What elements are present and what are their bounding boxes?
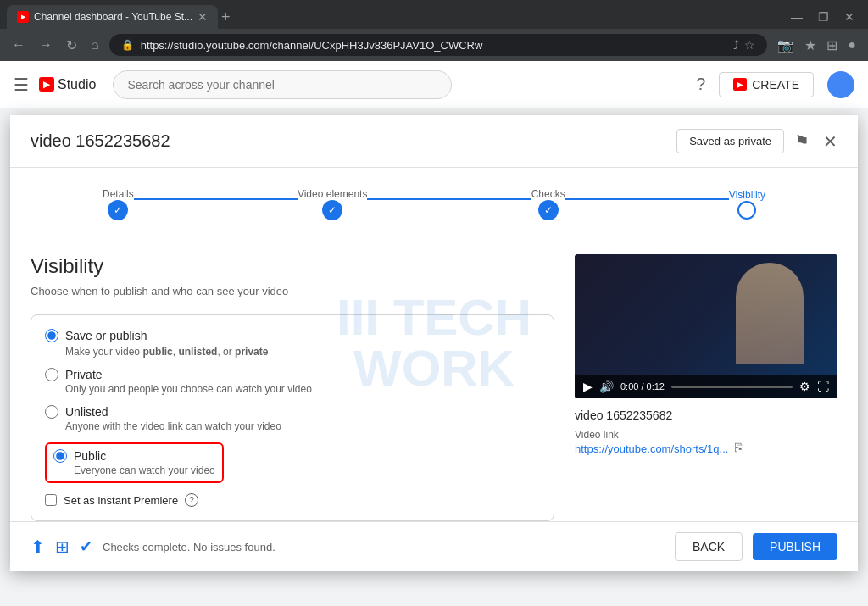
share-icon[interactable]: ⤴ bbox=[733, 38, 739, 52]
window-controls: — ❐ ✕ bbox=[784, 8, 861, 25]
step-visibility: Visibility bbox=[729, 189, 765, 220]
profile-icon[interactable]: ● bbox=[844, 36, 860, 55]
video-progress-bar[interactable] bbox=[671, 386, 793, 388]
modal-header: video 1652235682 Saved as private ⚑ ✕ bbox=[10, 115, 858, 168]
yt-logo[interactable]: ▶ Studio bbox=[39, 77, 96, 92]
video-link-url[interactable]: https://youtube.com/shorts/1q... bbox=[575, 442, 728, 455]
create-label: CREATE bbox=[752, 78, 799, 92]
save-publish-radio[interactable] bbox=[45, 329, 58, 342]
vc-right-icons: ⚙ ⛶ bbox=[799, 380, 829, 393]
connector-2 bbox=[367, 198, 531, 200]
right-panel: ▶ 🔊 0:00 / 0:12 ⚙ ⛶ video 1652235682 Vid… bbox=[575, 254, 837, 521]
active-tab[interactable]: Channel dashboard - YouTube St... ✕ bbox=[7, 5, 218, 29]
tab-favicon bbox=[17, 11, 29, 23]
create-button[interactable]: ▶ CREATE bbox=[719, 72, 814, 97]
footer-status-text: Checks complete. No issues found. bbox=[103, 541, 665, 553]
check-status-icon: ✔ bbox=[80, 537, 92, 556]
option-private: Private Only you and people you choose c… bbox=[45, 368, 540, 395]
premiere-checkbox[interactable] bbox=[45, 494, 57, 506]
left-panel: Visibility Choose when to publish and wh… bbox=[31, 254, 554, 521]
progress-steps: Details Video elements Checks bbox=[10, 168, 858, 234]
back-button[interactable]: BACK bbox=[675, 532, 743, 561]
tab-close-btn[interactable]: ✕ bbox=[198, 10, 208, 24]
header-right: ? ▶ CREATE bbox=[696, 71, 854, 98]
grid-icon[interactable]: ⊞ bbox=[55, 537, 70, 557]
step-checks: Checks bbox=[531, 188, 565, 220]
visibility-title: Visibility bbox=[31, 254, 554, 278]
forward-nav-btn[interactable]: → bbox=[36, 36, 56, 54]
url-text: https://studio.youtube.com/channel/UCxpH… bbox=[141, 39, 727, 52]
copy-link-btn[interactable]: ⎘ bbox=[735, 441, 743, 456]
modal-header-icons: ⚑ ✕ bbox=[794, 131, 837, 152]
public-label[interactable]: Public bbox=[53, 449, 106, 463]
upload-icon[interactable]: ⬆ bbox=[31, 537, 45, 557]
studio-label: Studio bbox=[58, 77, 96, 92]
step-video-elements-circle bbox=[322, 200, 342, 220]
play-button[interactable]: ▶ bbox=[583, 380, 593, 393]
video-link-label: Video link bbox=[575, 429, 837, 441]
save-publish-text: Save or publish bbox=[65, 329, 147, 342]
unlisted-sub: Anyone with the video link can watch you… bbox=[65, 420, 540, 432]
save-publish-sub: Make your video public, unlisted, or pri… bbox=[65, 346, 540, 358]
modal-wrapper: III TECHWORK video 1652235682 Saved as p… bbox=[0, 108, 868, 578]
option-unlisted: Unlisted Anyone with the video link can … bbox=[45, 405, 540, 432]
hamburger-menu[interactable]: ☰ bbox=[14, 75, 29, 95]
step-checks-circle bbox=[538, 200, 559, 220]
address-bar: ← → ↻ ⌂ 🔒 https://studio.youtube.com/cha… bbox=[0, 29, 868, 61]
minimize-btn[interactable]: — bbox=[784, 8, 810, 25]
connector-1 bbox=[134, 198, 298, 200]
modal-title: video 1652235682 bbox=[31, 131, 676, 151]
new-tab-button[interactable]: + bbox=[221, 8, 231, 26]
help-button[interactable]: ? bbox=[696, 75, 705, 94]
tab-bar: Channel dashboard - YouTube St... ✕ + — … bbox=[0, 0, 868, 29]
unlisted-label[interactable]: Unlisted bbox=[45, 405, 540, 419]
puzzle-icon[interactable]: ★ bbox=[801, 36, 820, 55]
public-radio[interactable] bbox=[53, 449, 67, 463]
user-avatar[interactable] bbox=[827, 71, 854, 98]
step-details-label: Details bbox=[103, 188, 134, 200]
video-preview: ▶ 🔊 0:00 / 0:12 ⚙ ⛶ bbox=[575, 254, 837, 398]
extensions-icon[interactable]: 📷 bbox=[774, 36, 798, 55]
premiere-label: Set as instant Premiere bbox=[64, 494, 178, 507]
step-details: Details bbox=[103, 188, 134, 220]
option-save-or-publish: Save or publish Make your video public, … bbox=[45, 329, 540, 358]
unlisted-text: Unlisted bbox=[65, 405, 108, 419]
option-public: Public Everyone can watch your video bbox=[45, 442, 540, 483]
private-radio[interactable] bbox=[45, 368, 58, 381]
premiere-help-icon[interactable]: ? bbox=[185, 493, 198, 507]
steps-inner: Details Video elements Checks bbox=[103, 188, 765, 220]
volume-button[interactable]: 🔊 bbox=[599, 380, 614, 393]
close-btn[interactable]: ✕ bbox=[837, 8, 861, 25]
visibility-options-box: Save or publish Make your video public, … bbox=[31, 314, 554, 521]
modal-footer: ⬆ ⊞ ✔ Checks complete. No issues found. … bbox=[10, 521, 858, 571]
back-nav-btn[interactable]: ← bbox=[8, 36, 29, 54]
more-icon[interactable]: ⊞ bbox=[823, 36, 841, 55]
public-text: Public bbox=[74, 449, 106, 463]
connector-3 bbox=[565, 198, 729, 200]
settings-video-btn[interactable]: ⚙ bbox=[799, 380, 810, 393]
video-name: video 1652235682 bbox=[575, 409, 837, 422]
search-input[interactable] bbox=[113, 70, 452, 99]
video-person-silhouette bbox=[736, 263, 804, 364]
flag-icon[interactable]: ⚑ bbox=[794, 131, 810, 152]
save-publish-label[interactable]: Save or publish bbox=[45, 329, 540, 342]
video-info-panel: video 1652235682 Video link https://yout… bbox=[575, 409, 837, 456]
premiere-option: Set as instant Premiere ? bbox=[45, 493, 540, 507]
create-video-icon: ▶ bbox=[733, 78, 747, 91]
public-radio-row: Public bbox=[53, 449, 215, 463]
private-label[interactable]: Private bbox=[45, 368, 540, 381]
fullscreen-btn[interactable]: ⛶ bbox=[817, 380, 829, 393]
maximize-btn[interactable]: ❐ bbox=[811, 8, 836, 25]
reload-btn[interactable]: ↻ bbox=[63, 36, 81, 55]
lock-icon: 🔒 bbox=[121, 39, 134, 51]
private-text: Private bbox=[65, 368, 103, 381]
publish-button[interactable]: PUBLISH bbox=[753, 533, 837, 560]
home-btn[interactable]: ⌂ bbox=[87, 36, 103, 54]
url-box[interactable]: 🔒 https://studio.youtube.com/channel/UCx… bbox=[109, 34, 768, 56]
url-icons: ⤴ ☆ bbox=[733, 38, 755, 52]
unlisted-radio[interactable] bbox=[45, 405, 58, 419]
bookmark-icon[interactable]: ☆ bbox=[744, 38, 755, 52]
video-time: 0:00 / 0:12 bbox=[620, 381, 665, 392]
saved-as-private-btn[interactable]: Saved as private bbox=[676, 129, 784, 153]
modal-close-btn[interactable]: ✕ bbox=[823, 131, 837, 152]
